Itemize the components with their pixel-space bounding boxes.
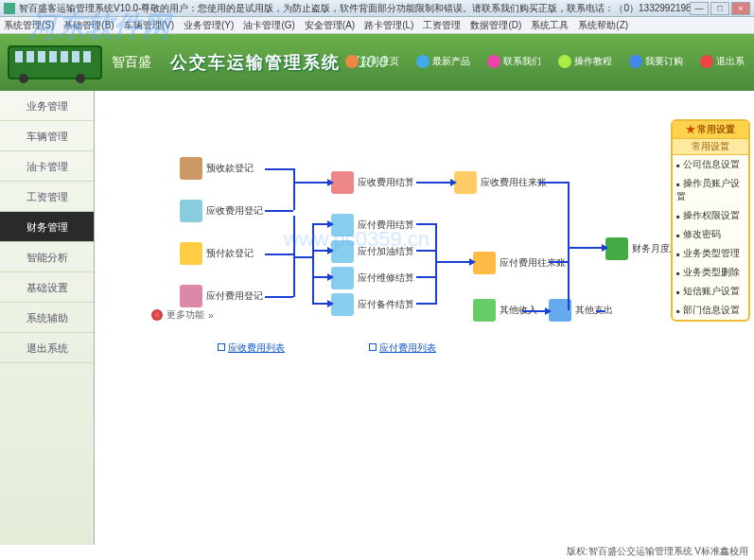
node-fuel-settle[interactable]: 应付加油结算	[331, 240, 414, 263]
setting-change-password[interactable]: 修改密码	[673, 225, 748, 244]
menu-safety[interactable]: 安全管理(A)	[305, 19, 355, 32]
cash-icon	[473, 299, 496, 322]
setting-biztype-delete[interactable]: 业务类型删除	[673, 263, 748, 282]
link-receivable-list[interactable]: 应收费用列表	[218, 341, 285, 355]
menu-tools[interactable]: 系统工具	[531, 19, 569, 32]
footer-copyright: 版权:智百盛公交运输管理系统 V标准鑫校用	[567, 545, 748, 558]
top-links: 公司主页 最新产品 联系我们 操作教程 我要订购 退出系	[345, 55, 745, 68]
user2-icon	[473, 252, 496, 274]
link-order[interactable]: 我要订购	[629, 55, 683, 68]
sidebar-item-exit[interactable]: 退出系统	[0, 333, 94, 363]
setting-sms-account[interactable]: 短信账户设置	[673, 282, 748, 301]
node-advance-receipt[interactable]: 预收款登记	[180, 157, 254, 180]
brand-small: 智百盛	[112, 54, 151, 71]
doc-icon	[331, 214, 354, 236]
node-parts-settle[interactable]: 应付备件结算	[331, 293, 414, 316]
menu-fuelcard[interactable]: 油卡管理(G)	[243, 19, 294, 32]
content-area: 预收款登记 应收费用登记 预付款登记 应付费用登记 应收费用结算 应付费用结算 …	[95, 91, 754, 545]
node-receivable-register[interactable]: 应收费用登记	[180, 200, 263, 222]
node-advance-payment[interactable]: 预付款登记	[180, 242, 254, 265]
box-icon	[416, 55, 430, 68]
node-payable-ledger[interactable]: 应付费用往来账	[473, 252, 566, 274]
square-icon	[369, 343, 377, 351]
sidebar-item-sysaux[interactable]: 系统辅助	[0, 303, 94, 333]
sidebar-item-fuelcard[interactable]: 油卡管理	[0, 151, 94, 182]
menu-help[interactable]: 系统帮助(Z)	[578, 19, 628, 32]
menu-salary[interactable]: 工资管理	[423, 19, 461, 32]
person-icon	[180, 200, 202, 222]
panel-title: ★ 常用设置	[673, 121, 748, 139]
sidebar-item-business[interactable]: 业务管理	[0, 91, 94, 121]
square-icon	[218, 343, 225, 351]
setting-company-info[interactable]: 公司信息设置	[673, 155, 748, 174]
phone-icon	[487, 55, 500, 68]
menubar: 系统管理(S) 基础管理(B) 车辆管理(V) 业务管理(Y) 油卡管理(G) …	[0, 17, 754, 34]
close-button[interactable]: ×	[731, 2, 750, 15]
menu-data[interactable]: 数据管理(D)	[470, 19, 521, 32]
sidebar-item-analysis[interactable]: 智能分析	[0, 242, 94, 272]
more-functions-link[interactable]: 更多功能 »	[151, 308, 214, 322]
bus-logo-icon	[8, 45, 102, 79]
setting-operator-account[interactable]: 操作员账户设置	[673, 174, 748, 206]
people2-icon	[180, 285, 202, 307]
user-icon	[331, 171, 354, 194]
folder-icon	[454, 171, 477, 194]
flowchart: 预收款登记 应收费用登记 预付款登记 应付费用登记 应收费用结算 应付费用结算 …	[95, 91, 754, 545]
window-title: 智百盛客运输管理系统V10.0-尊敬的用户：您使用的是试用版，为防止盗版，软件背…	[19, 2, 690, 15]
chevron-right-icon: »	[208, 310, 214, 321]
setting-permissions[interactable]: 操作权限设置	[673, 206, 748, 225]
exit-icon	[700, 55, 713, 68]
menu-system[interactable]: 系统管理(S)	[4, 19, 54, 32]
star-icon	[151, 309, 163, 321]
setting-department[interactable]: 部门信息设置	[673, 301, 748, 320]
box-icon	[180, 157, 202, 180]
window-titlebar: 智百盛客运输管理系统V10.0-尊敬的用户：您使用的是试用版，为防止盗版，软件背…	[0, 0, 754, 17]
app-title: 公交车运输管理系统	[170, 51, 341, 74]
node-receivable-settle[interactable]: 应收费用结算	[331, 171, 414, 194]
window-controls: — □ ×	[690, 2, 750, 15]
link-homepage[interactable]: 公司主页	[345, 55, 399, 68]
cart-icon	[629, 55, 642, 68]
setting-biztype-manage[interactable]: 业务类型管理	[673, 244, 748, 263]
doc-icon	[331, 293, 354, 316]
menu-business[interactable]: 业务管理(Y)	[184, 19, 234, 32]
node-receivable-ledger[interactable]: 应收费用往来账	[454, 171, 547, 194]
menu-base[interactable]: 基础管理(B)	[63, 19, 114, 32]
globe-icon	[345, 55, 359, 68]
sidebar: 业务管理 车辆管理 油卡管理 工资管理 财务管理 智能分析 基础设置 系统辅助 …	[0, 91, 95, 545]
people-icon	[180, 242, 202, 265]
app-icon	[4, 3, 15, 14]
sidebar-item-finance[interactable]: 财务管理	[0, 212, 94, 242]
common-settings-panel: ★ 常用设置 常用设置 公司信息设置 操作员账户设置 操作权限设置 修改密码 业…	[671, 119, 750, 322]
link-contact[interactable]: 联系我们	[487, 55, 541, 68]
link-exit[interactable]: 退出系	[700, 55, 745, 68]
menu-roadcard[interactable]: 路卡管理(L)	[364, 19, 413, 32]
doc-icon	[331, 240, 354, 263]
book-icon	[558, 55, 571, 68]
link-payable-list[interactable]: 应付费用列表	[369, 341, 436, 355]
sidebar-item-basesettings[interactable]: 基础设置	[0, 272, 94, 303]
panel-subtitle: 常用设置	[673, 139, 748, 155]
link-products[interactable]: 最新产品	[416, 55, 470, 68]
main-area: 业务管理 车辆管理 油卡管理 工资管理 财务管理 智能分析 基础设置 系统辅助 …	[0, 91, 754, 545]
maximize-button[interactable]: □	[710, 2, 729, 15]
node-payable-register[interactable]: 应付费用登记	[180, 285, 263, 307]
doc-icon	[331, 267, 354, 289]
sidebar-item-vehicle[interactable]: 车辆管理	[0, 121, 94, 151]
menu-vehicle[interactable]: 车辆管理(V)	[124, 19, 174, 32]
sidebar-item-salary[interactable]: 工资管理	[0, 182, 94, 212]
node-repair-settle[interactable]: 应付维修结算	[331, 267, 414, 289]
header-banner: 智百盛 公交车运输管理系统 V10.0 公司主页 最新产品 联系我们 操作教程 …	[0, 34, 754, 91]
minimize-button[interactable]: —	[690, 2, 709, 15]
node-payable-settle[interactable]: 应付费用结算	[331, 214, 414, 236]
link-tutorial[interactable]: 操作教程	[558, 55, 612, 68]
books-icon	[605, 237, 628, 260]
